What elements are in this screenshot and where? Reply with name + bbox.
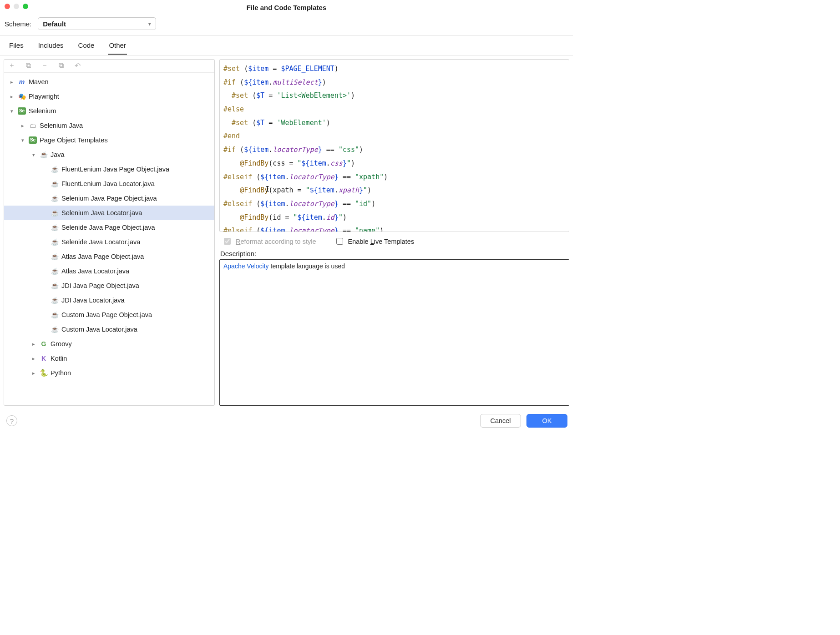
- tree-leaf[interactable]: ☕Custom Java Locator.java: [4, 322, 214, 337]
- window-controls: [5, 4, 28, 9]
- window-minimize-icon[interactable]: [14, 4, 19, 9]
- cancel-button[interactable]: Cancel: [480, 414, 521, 428]
- template-list-panel: + ⧉ − ⧉ ↶ ▸mMaven▸🎭Playwright▾SeSelenium…: [4, 59, 215, 406]
- ic-se-green-icon: Se: [29, 136, 37, 144]
- ic-java-icon: ☕: [51, 252, 59, 261]
- scheme-label: Scheme:: [5, 20, 31, 28]
- ic-python-icon: 🐍: [40, 369, 48, 377]
- tree-node[interactable]: ▸🐍Python: [4, 366, 214, 380]
- tree-leaf[interactable]: ☕Selenium Java Page Object.java: [4, 191, 214, 206]
- tree-item-label: Selenide Java Page Object.java: [61, 224, 155, 231]
- ic-kotlin-icon: K: [40, 354, 48, 363]
- ok-button[interactable]: OK: [526, 414, 567, 428]
- dialog-file-and-code-templates: File and Code Templates Scheme: Default …: [0, 0, 573, 433]
- tree-item-label: Selenide Java Locator.java: [61, 238, 140, 246]
- tree-node[interactable]: ▸KKotlin: [4, 351, 214, 366]
- arrow-collapsed-icon[interactable]: ▸: [9, 79, 15, 85]
- dialog-footer: ? Cancel OK: [0, 409, 573, 433]
- ic-java-icon: ☕: [51, 311, 59, 319]
- tree-item-label: Atlas Java Page Object.java: [61, 253, 144, 260]
- help-button[interactable]: ?: [6, 415, 17, 426]
- tree-item-label: Kotlin: [51, 355, 67, 362]
- tree-item-label: Groovy: [51, 340, 72, 348]
- tree-item-label: Custom Java Page Object.java: [61, 311, 152, 318]
- tree-leaf[interactable]: ☕JDI Java Locator.java: [4, 293, 214, 307]
- window-close-icon[interactable]: [5, 4, 10, 9]
- arrow-collapsed-icon[interactable]: ▸: [20, 123, 26, 129]
- arrow-expanded-icon[interactable]: ▾: [20, 137, 26, 143]
- live-templates-checkbox[interactable]: Enable Live Templates: [334, 237, 415, 246]
- tree-leaf[interactable]: ☕Selenium Java Locator.java: [4, 206, 214, 220]
- chevron-down-icon: ▾: [148, 21, 151, 27]
- ic-folder-icon: 🗀: [29, 121, 37, 130]
- copy-button[interactable]: ⧉: [57, 61, 65, 70]
- tree-item-label: Atlas Java Locator.java: [61, 267, 129, 275]
- arrow-collapsed-icon[interactable]: ▸: [30, 356, 37, 362]
- tree-item-label: Java: [51, 151, 65, 158]
- tree-leaf[interactable]: ☕Custom Java Page Object.java: [4, 307, 214, 322]
- arrow-expanded-icon[interactable]: ▾: [30, 152, 37, 158]
- tree-item-label: Custom Java Locator.java: [61, 326, 137, 333]
- tree-item-label: Page Object Templates: [40, 136, 108, 144]
- description-box: Apache Velocity template language is use…: [219, 259, 569, 406]
- ic-java-icon: ☕: [51, 238, 59, 246]
- description-link[interactable]: Apache Velocity: [223, 262, 269, 270]
- tree-leaf[interactable]: ☕FluentLenium Java Locator.java: [4, 176, 214, 191]
- tab-includes[interactable]: Includes: [37, 36, 65, 55]
- tab-code[interactable]: Code: [77, 36, 96, 55]
- tree-node[interactable]: ▾☕Java: [4, 147, 214, 162]
- template-tree[interactable]: ▸mMaven▸🎭Playwright▾SeSelenium▸🗀Selenium…: [4, 73, 214, 405]
- tree-leaf[interactable]: ☕Atlas Java Page Object.java: [4, 249, 214, 264]
- tree-item-label: Python: [51, 369, 71, 377]
- tab-files[interactable]: Files: [8, 36, 25, 55]
- tree-item-label: Selenium Java Page Object.java: [61, 195, 157, 202]
- reformat-checkbox: Reformat according to style: [222, 237, 316, 246]
- scheme-dropdown[interactable]: Default ▾: [38, 17, 156, 30]
- tree-node[interactable]: ▾SeSelenium: [4, 104, 214, 118]
- ic-java-icon: ☕: [51, 296, 59, 304]
- tree-node[interactable]: ▸mMaven: [4, 75, 214, 89]
- reformat-checkbox-input: [224, 238, 231, 245]
- add-button[interactable]: +: [8, 61, 16, 70]
- arrow-collapsed-icon[interactable]: ▸: [30, 341, 37, 347]
- tree-leaf[interactable]: ☕Selenide Java Locator.java: [4, 235, 214, 249]
- ic-java-icon: ☕: [51, 267, 59, 275]
- live-templates-checkbox-input[interactable]: [336, 238, 343, 245]
- tree-leaf[interactable]: ☕Atlas Java Locator.java: [4, 264, 214, 278]
- ic-java-icon: ☕: [40, 151, 48, 159]
- tree-item-label: JDI Java Locator.java: [61, 297, 125, 304]
- arrow-expanded-icon[interactable]: ▾: [9, 108, 15, 114]
- ic-java-icon: ☕: [51, 282, 59, 290]
- undo-button[interactable]: ↶: [73, 61, 81, 70]
- tree-item-label: Selenium Java Locator.java: [61, 209, 142, 217]
- window-maximize-icon[interactable]: [23, 4, 28, 9]
- ic-java-icon: ☕: [51, 209, 59, 217]
- tree-node[interactable]: ▸🗀Selenium Java: [4, 118, 214, 133]
- ic-groovy-icon: G: [40, 340, 48, 348]
- tree-item-label: JDI Java Page Object.java: [61, 282, 139, 289]
- tree-node[interactable]: ▸GGroovy: [4, 337, 214, 351]
- add-group-button[interactable]: ⧉: [24, 61, 32, 70]
- titlebar: File and Code Templates: [0, 0, 573, 13]
- tree-leaf[interactable]: ☕FluentLenium Java Page Object.java: [4, 162, 214, 176]
- template-code-editor[interactable]: #set ($item = $PAGE_ELEMENT)#if (${item.…: [219, 59, 569, 232]
- remove-button[interactable]: −: [40, 61, 49, 70]
- tree-leaf[interactable]: ☕JDI Java Page Object.java: [4, 278, 214, 293]
- tree-item-label: FluentLenium Java Page Object.java: [61, 166, 169, 173]
- arrow-collapsed-icon[interactable]: ▸: [30, 370, 37, 376]
- ic-se-green-icon: Se: [18, 107, 26, 115]
- tabs: FilesIncludesCodeOther: [0, 36, 573, 55]
- tree-node[interactable]: ▾SePage Object Templates: [4, 133, 214, 147]
- ic-java-icon: ☕: [51, 180, 59, 188]
- scheme-row: Scheme: Default ▾: [0, 13, 573, 36]
- template-editor-panel: #set ($item = $PAGE_ELEMENT)#if (${item.…: [219, 59, 569, 406]
- tree-leaf[interactable]: ☕Selenide Java Page Object.java: [4, 220, 214, 235]
- scheme-value: Default: [43, 20, 66, 28]
- arrow-collapsed-icon[interactable]: ▸: [9, 94, 15, 100]
- tab-other[interactable]: Other: [108, 36, 127, 55]
- tree-item-label: FluentLenium Java Locator.java: [61, 180, 155, 187]
- ic-java-icon: ☕: [51, 194, 59, 202]
- main-split: + ⧉ − ⧉ ↶ ▸mMaven▸🎭Playwright▾SeSelenium…: [0, 55, 573, 409]
- description-text: template language is used: [269, 262, 345, 270]
- tree-node[interactable]: ▸🎭Playwright: [4, 89, 214, 104]
